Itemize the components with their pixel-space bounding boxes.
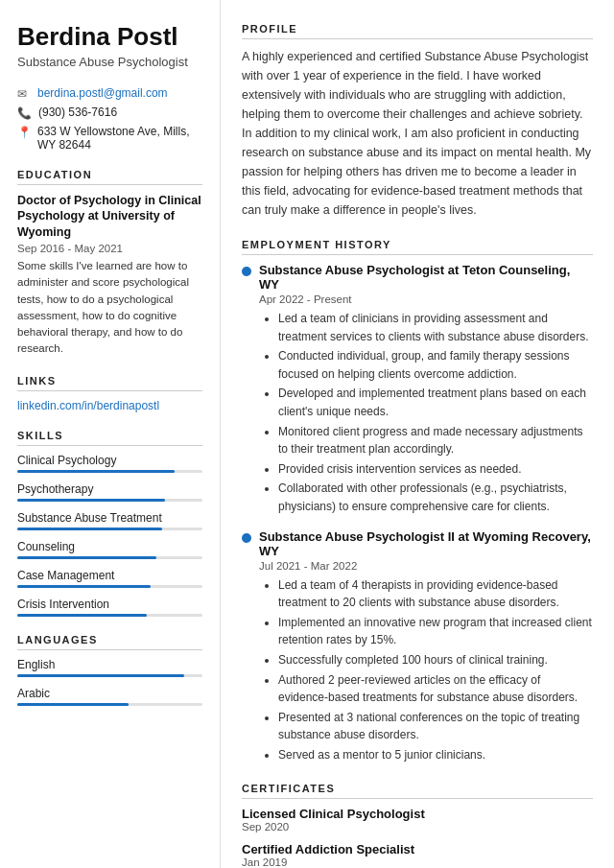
employment-section-title: EMPLOYMENT HISTORY: [242, 239, 593, 255]
main-content: PROFILE A highly experienced and certifi…: [221, 0, 614, 868]
skill-bar-fill: [17, 470, 175, 473]
job-header: Substance Abuse Psychologist at Teton Co…: [242, 263, 593, 292]
job-date: Jul 2021 - Mar 2022: [259, 560, 593, 572]
cert-name: Licensed Clinical Psychologist: [242, 807, 593, 821]
certificates-list: Licensed Clinical Psychologist Sep 2020 …: [242, 807, 593, 868]
skill-bar-bg: [17, 470, 202, 473]
skill-label: Psychotherapy: [17, 482, 202, 496]
candidate-title: Substance Abuse Psychologist: [17, 55, 202, 69]
skill-label: Case Management: [17, 569, 202, 582]
sidebar: Berdina Postl Substance Abuse Psychologi…: [0, 0, 221, 868]
skill-bar-fill: [17, 585, 151, 588]
certificate-entry: Certified Addiction Specialist Jan 2019: [242, 842, 593, 868]
job-date: Apr 2022 - Present: [259, 293, 593, 305]
languages-list: English Arabic: [17, 658, 202, 706]
job-bullet: Collaborated with other professionals (e…: [278, 480, 593, 515]
job-bullet: Conducted individual, group, and family …: [278, 347, 593, 383]
candidate-name: Berdina Postl: [17, 23, 202, 51]
job-title-text: Substance Abuse Psychologist at Teton Co…: [259, 263, 593, 292]
language-bar-fill: [17, 674, 184, 677]
job-title-text: Substance Abuse Psychologist II at Wyomi…: [259, 529, 593, 558]
cert-date: Jan 2019: [242, 856, 593, 868]
skill-label: Clinical Psychology: [17, 454, 202, 467]
skill-item: Substance Abuse Treatment: [17, 511, 202, 530]
jobs-list: Substance Abuse Psychologist at Teton Co…: [242, 263, 593, 763]
skill-bar-bg: [17, 585, 202, 588]
contact-block: ✉ berdina.postl@gmail.com 📞 (930) 536-76…: [17, 86, 202, 152]
language-bar-bg: [17, 703, 202, 706]
skill-item: Counseling: [17, 540, 202, 559]
email-link[interactable]: berdina.postl@gmail.com: [37, 86, 168, 100]
education-section-title: EDUCATION: [17, 169, 202, 185]
skill-bar-bg: [17, 614, 202, 617]
job-bullet: Authored 2 peer-reviewed articles on the…: [278, 671, 593, 707]
skills-list: Clinical Psychology Psychotherapy Substa…: [17, 454, 202, 617]
job-dot: [242, 267, 251, 276]
job-bullet: Implemented an innovative new program th…: [278, 614, 593, 649]
job-bullet: Monitored client progress and made neces…: [278, 423, 593, 458]
job-bullets: Led a team of 4 therapists in providing …: [269, 576, 593, 764]
phone-text: (930) 536-7616: [38, 106, 117, 119]
skill-bar-bg: [17, 556, 202, 559]
linkedin-link[interactable]: linkedin.com/in/berdinapostl: [17, 399, 202, 412]
skill-label: Counseling: [17, 540, 202, 553]
language-item: English: [17, 658, 202, 677]
job-bullet: Presented at 3 national conferences on t…: [278, 709, 593, 744]
job-dot: [242, 533, 251, 543]
language-label: Arabic: [17, 687, 202, 700]
skill-bar-bg: [17, 499, 202, 502]
edu-date: Sep 2016 - May 2021: [17, 243, 202, 254]
cert-date: Sep 2020: [242, 821, 593, 833]
skill-bar-fill: [17, 556, 156, 559]
address-item: 📍 633 W Yellowstone Ave, Mills, WY 82644: [17, 125, 202, 152]
phone-icon: 📞: [17, 106, 32, 120]
language-bar-bg: [17, 674, 202, 677]
skill-bar-bg: [17, 528, 202, 530]
skills-section-title: SKILLS: [17, 430, 202, 446]
skill-item: Crisis Intervention: [17, 598, 202, 617]
job-bullets: Led a team of clinicians in providing as…: [269, 310, 593, 516]
language-label: English: [17, 658, 202, 671]
email-item: ✉ berdina.postl@gmail.com: [17, 86, 202, 101]
skill-label: Crisis Intervention: [17, 598, 202, 611]
profile-section-title: PROFILE: [242, 23, 593, 39]
job-entry: Substance Abuse Psychologist II at Wyomi…: [242, 529, 593, 764]
job-bullet: Successfully completed 100 hours of clin…: [278, 651, 593, 669]
language-bar-fill: [17, 703, 129, 706]
job-bullet: Served as a mentor to 5 junior clinician…: [278, 746, 593, 764]
job-bullet: Developed and implemented treatment plan…: [278, 385, 593, 420]
skill-item: Psychotherapy: [17, 482, 202, 502]
skill-item: Clinical Psychology: [17, 454, 202, 473]
email-icon: ✉: [17, 87, 31, 101]
job-bullet: Provided crisis intervention services as…: [278, 460, 593, 479]
skill-bar-fill: [17, 528, 162, 530]
cert-name: Certified Addiction Specialist: [242, 842, 593, 856]
edu-degree: Doctor of Psychology in Clinical Psychol…: [17, 193, 202, 242]
job-bullet: Led a team of clinicians in providing as…: [278, 310, 593, 345]
job-entry: Substance Abuse Psychologist at Teton Co…: [242, 263, 593, 516]
location-icon: 📍: [17, 126, 31, 139]
language-item: Arabic: [17, 687, 202, 706]
skill-bar-fill: [17, 614, 147, 617]
certificate-entry: Licensed Clinical Psychologist Sep 2020: [242, 807, 593, 833]
profile-text: A highly experienced and certified Subst…: [242, 47, 593, 220]
education-block: Doctor of Psychology in Clinical Psychol…: [17, 193, 202, 358]
links-section-title: LINKS: [17, 375, 202, 391]
skill-label: Substance Abuse Treatment: [17, 511, 202, 525]
job-header: Substance Abuse Psychologist II at Wyomi…: [242, 529, 593, 558]
job-bullet: Led a team of 4 therapists in providing …: [278, 576, 593, 612]
phone-item: 📞 (930) 536-7616: [17, 106, 202, 120]
certificates-section-title: CERTIFICATES: [242, 783, 593, 799]
languages-section-title: LANGUAGES: [17, 634, 202, 650]
skill-bar-fill: [17, 499, 165, 502]
edu-desc: Some skills I've learned are how to admi…: [17, 258, 202, 358]
skill-item: Case Management: [17, 569, 202, 588]
address-text: 633 W Yellowstone Ave, Mills, WY 82644: [37, 125, 202, 152]
